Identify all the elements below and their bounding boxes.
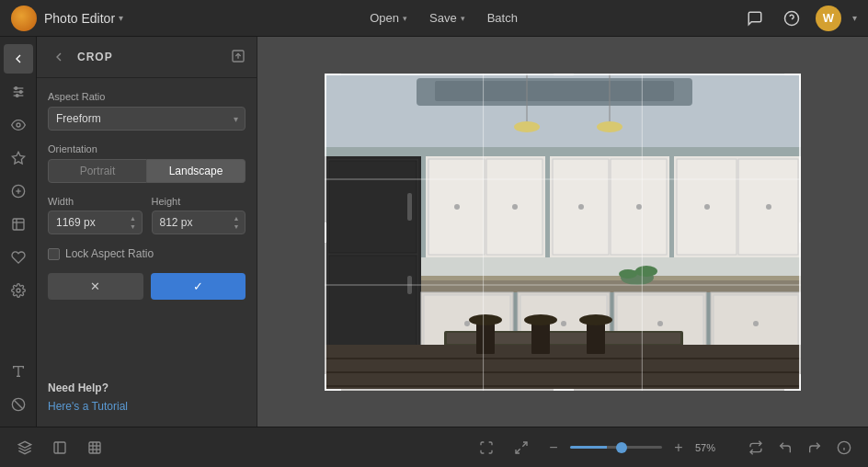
help-link[interactable]: Here's a Tutorial: [48, 400, 128, 413]
svg-point-5: [19, 91, 22, 94]
sidebar-item-eye[interactable]: [4, 110, 33, 140]
svg-point-85: [579, 314, 612, 325]
height-spinners: ▲ ▼: [231, 215, 242, 231]
adjustments-icon: [11, 85, 26, 99]
sidebar-item-effects[interactable]: [4, 177, 33, 206]
sidebar-item-layers[interactable]: [4, 210, 33, 239]
app-title-chevron[interactable]: ▾: [119, 13, 123, 23]
zoom-out-button[interactable]: −: [542, 437, 565, 459]
svg-point-81: [469, 314, 502, 325]
zoom-in-button[interactable]: +: [668, 437, 690, 459]
svg-point-83: [524, 314, 557, 325]
crop-title: CROP: [77, 51, 223, 63]
sidebar-item-text[interactable]: [4, 357, 33, 386]
height-field: Height ▲ ▼: [152, 196, 246, 234]
confirm-button[interactable]: ✓: [151, 273, 246, 300]
lock-aspect-ratio-row: Lock Aspect Ratio: [48, 247, 246, 260]
svg-point-28: [514, 121, 540, 132]
redo-icon: [807, 440, 822, 455]
svg-point-57: [766, 204, 771, 210]
svg-point-6: [16, 95, 18, 97]
swap-button[interactable]: [743, 435, 769, 461]
svg-marker-106: [18, 441, 30, 448]
help-title: Need Help?: [48, 382, 246, 394]
lock-aspect-ratio-checkbox[interactable]: [48, 248, 60, 260]
info-button[interactable]: [831, 435, 857, 461]
sidebar-item-star[interactable]: [4, 143, 33, 173]
info-icon: [837, 440, 851, 455]
zoom-value: 57%: [695, 442, 725, 453]
orientation-label: Orientation: [48, 143, 246, 154]
width-label: Width: [48, 196, 143, 207]
svg-rect-41: [407, 193, 412, 221]
svg-point-47: [512, 204, 518, 210]
height-increment[interactable]: ▲: [231, 215, 242, 222]
svg-rect-60: [421, 276, 801, 280]
sidebar-item-adjustments[interactable]: [4, 77, 33, 107]
svg-rect-84: [587, 322, 605, 354]
open-menu[interactable]: Open ▾: [359, 0, 418, 37]
width-decrement[interactable]: ▼: [128, 223, 139, 231]
svg-rect-39: [329, 161, 417, 253]
icon-sidebar: [0, 37, 37, 427]
avatar-letter: W: [823, 11, 834, 25]
cancel-button[interactable]: ✕: [48, 273, 143, 300]
help-icon: [783, 10, 800, 27]
crop-panel-header: CROP: [37, 37, 257, 78]
svg-rect-107: [54, 442, 65, 453]
expand-button[interactable]: [508, 434, 535, 461]
sidebar-item-back[interactable]: [4, 44, 33, 74]
height-label: Height: [152, 196, 246, 207]
save-menu[interactable]: Save ▾: [418, 0, 476, 37]
undo-button[interactable]: [772, 435, 798, 461]
confirm-icon: ✓: [193, 279, 203, 293]
sidebar-item-shape[interactable]: [4, 390, 33, 419]
panel-toggle-button[interactable]: [46, 434, 74, 461]
canvas-area[interactable]: [257, 37, 868, 427]
lock-aspect-ratio-label: Lock Aspect Ratio: [65, 247, 154, 260]
svg-marker-8: [12, 152, 24, 164]
grid-toggle-button[interactable]: [81, 434, 108, 461]
height-decrement[interactable]: ▼: [231, 223, 242, 231]
bottom-toolbar: − + 57%: [0, 427, 868, 467]
expand-icon: [514, 440, 529, 455]
undo-icon: [778, 440, 793, 455]
landscape-button[interactable]: Landscape: [147, 159, 246, 183]
redo-button[interactable]: [802, 435, 828, 461]
crop-back-button[interactable]: [48, 46, 70, 68]
zoom-slider-wrapper: [570, 446, 662, 449]
svg-rect-105: [799, 222, 801, 243]
svg-rect-12: [13, 219, 24, 230]
zoom-slider[interactable]: [570, 446, 662, 449]
aspect-ratio-label: Aspect Ratio: [48, 91, 246, 102]
swap-icon: [748, 440, 763, 455]
help-icon-button[interactable]: [779, 6, 805, 31]
sidebar-item-heart[interactable]: [4, 243, 33, 272]
aspect-ratio-select[interactable]: Freeform 1:1 4:3 16:9 3:2: [48, 107, 246, 131]
width-increment[interactable]: ▲: [128, 215, 139, 222]
back-icon: [11, 51, 26, 66]
svg-line-114: [522, 442, 527, 447]
portrait-button[interactable]: Portrait: [48, 159, 147, 183]
svg-point-7: [17, 123, 20, 127]
dimensions-row: Width ▲ ▼ Height ▲: [48, 196, 246, 234]
batch-button[interactable]: Batch: [476, 0, 529, 37]
svg-line-19: [14, 400, 22, 408]
svg-rect-40: [329, 256, 417, 350]
chat-icon-button[interactable]: [742, 6, 768, 31]
crop-export-button[interactable]: [231, 49, 246, 66]
svg-point-56: [704, 204, 710, 210]
avatar[interactable]: W: [816, 6, 841, 31]
crop-panel-body: Aspect Ratio Freeform 1:1 4:3 16:9 3:2 ▾…: [37, 78, 257, 382]
svg-rect-26: [435, 81, 674, 101]
svg-line-115: [516, 449, 520, 453]
topbar-right: W ▾: [742, 6, 857, 31]
fit-button[interactable]: [473, 434, 500, 461]
svg-point-87: [619, 269, 637, 279]
width-spinners: ▲ ▼: [128, 215, 139, 231]
sidebar-item-settings[interactable]: [4, 276, 33, 305]
photo-wrapper: [325, 74, 801, 391]
layers-toggle-button[interactable]: [11, 434, 39, 461]
avatar-chevron[interactable]: ▾: [852, 13, 857, 23]
orientation-group: Portrait Landscape: [48, 159, 246, 183]
